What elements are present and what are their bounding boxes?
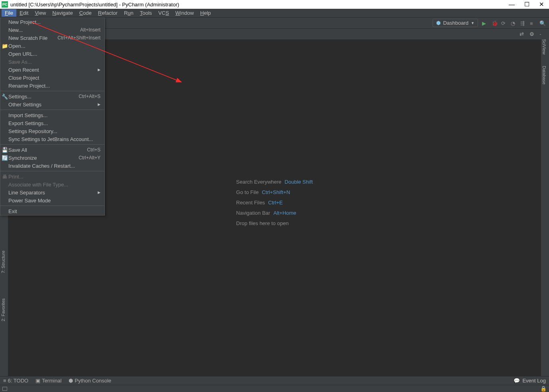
menu-item-shortcut: Ctrl+Alt+S: [79, 94, 100, 99]
menu-item-icon: 🔧: [2, 94, 7, 100]
maximize-button[interactable]: ☐: [524, 1, 529, 8]
file-menu-line-separators[interactable]: Line Separators▶: [0, 188, 104, 196]
tab-database[interactable]: Database: [541, 63, 547, 88]
bottom-toolwindow-bar: ≡6: TODO ▣Terminal ⬢Python Console 💬 Eve…: [0, 376, 549, 385]
file-menu-synchronize[interactable]: 🔄SynchronizeCtrl+Alt+Y: [0, 154, 104, 162]
hint-label: Drop files here to open: [236, 220, 289, 226]
menu-item-label: Line Separators: [8, 190, 45, 196]
minimize-button[interactable]: —: [509, 1, 515, 8]
menu-item-label: Print...: [8, 174, 24, 180]
hint-navigation-bar: Navigation BarAlt+Home: [236, 210, 313, 216]
menu-code[interactable]: Code: [76, 9, 95, 17]
submenu-arrow-icon: ▶: [98, 190, 100, 194]
event-log-icon: 💬: [514, 378, 520, 384]
file-menu-exit[interactable]: Exit: [0, 207, 104, 215]
file-menu-import-settings[interactable]: Import Settings...: [0, 111, 104, 119]
menu-item-icon: 🔄: [2, 155, 7, 161]
menu-item-label: Sync Settings to JetBrains Account...: [8, 136, 93, 142]
menu-refactor[interactable]: Refactor: [95, 9, 121, 17]
file-menu-close-project[interactable]: Close Project: [0, 74, 104, 82]
menu-item-label: Save All: [8, 147, 27, 153]
chevron-down-icon: ▼: [471, 21, 474, 25]
menu-edit[interactable]: Edit: [16, 9, 31, 17]
run-config-selector[interactable]: ⬢ Dashboard ▼: [433, 19, 478, 27]
menu-file[interactable]: File: [2, 9, 16, 17]
file-menu-settings-repository[interactable]: Settings Repository...: [0, 127, 104, 135]
menu-tools[interactable]: Tools: [137, 9, 155, 17]
menu-item-label: Exit: [8, 208, 17, 214]
file-menu-dropdown: New Project...New...Alt+InsertNew Scratc…: [0, 18, 105, 216]
submenu-arrow-icon: ▶: [98, 68, 100, 72]
submenu-arrow-icon: ▶: [98, 102, 100, 106]
menu-item-label: Settings...: [8, 94, 31, 100]
menu-item-label: Power Save Mode: [8, 198, 51, 204]
menu-item-label: Rename Project...: [8, 83, 50, 89]
menu-item-label: Settings Repository...: [8, 128, 57, 134]
tab-structure[interactable]: 7: Structure: [0, 247, 6, 276]
menu-item-shortcut: Ctrl+Alt+Y: [79, 155, 100, 161]
menu-help[interactable]: Help: [197, 9, 214, 17]
editor-hints: Search EverywhereDouble ShiftGo to FileC…: [236, 174, 313, 230]
hint-recent-files: Recent FilesCtrl+E: [236, 199, 313, 206]
run-icon[interactable]: ▶: [482, 20, 488, 26]
file-menu-sync-settings-to-jetbrains-account[interactable]: Sync Settings to JetBrains Account...: [0, 135, 104, 143]
scroll-from-source-icon[interactable]: ⇄: [518, 31, 525, 37]
hint-go-to-file: Go to FileCtrl+Shift+N: [236, 189, 313, 195]
file-menu-save-all[interactable]: 💾Save AllCtrl+S: [0, 146, 104, 154]
file-menu-other-settings[interactable]: Other Settings▶: [0, 100, 104, 108]
run-coverage-icon[interactable]: ⟳: [501, 20, 507, 26]
file-menu-new-project[interactable]: New Project...: [0, 18, 104, 26]
window-controls: — ☐ ✕: [509, 1, 547, 8]
file-menu-save-as: Save As...: [0, 58, 104, 66]
menu-item-label: Save As...: [8, 59, 32, 65]
menu-item-label: Open URL...: [8, 51, 37, 57]
file-menu-open-url[interactable]: Open URL...: [0, 50, 104, 58]
menu-item-label: Export Settings...: [8, 120, 48, 126]
tab-terminal[interactable]: ▣Terminal: [35, 378, 61, 384]
close-button[interactable]: ✕: [539, 1, 544, 8]
profile-icon[interactable]: ◔: [511, 20, 516, 26]
file-menu-power-save-mode[interactable]: Power Save Mode: [0, 196, 104, 204]
lock-icon[interactable]: 🔒: [540, 386, 547, 392]
toolwindow-toggle-icon[interactable]: [2, 387, 7, 391]
hint-label: Search Everywhere: [236, 179, 281, 185]
tab-todo[interactable]: ≡6: TODO: [3, 378, 28, 384]
file-menu-settings[interactable]: 🔧Settings...Ctrl+Alt+S: [0, 92, 104, 100]
stop-icon[interactable]: ■: [530, 20, 535, 26]
tab-favorites[interactable]: 2: Favorites: [0, 295, 6, 324]
tab-python-console[interactable]: ⬢Python Console: [69, 378, 111, 384]
menu-view[interactable]: View: [31, 9, 49, 17]
search-icon[interactable]: 🔍: [539, 20, 545, 26]
file-menu-new-scratch-file[interactable]: New Scratch FileCtrl+Alt+Shift+Insert: [0, 34, 104, 42]
hint-shortcut: Ctrl+E: [268, 200, 283, 206]
menu-item-label: Import Settings...: [8, 112, 47, 118]
hint-label: Go to File: [236, 189, 258, 195]
window-title: untitled [C:\Users\hp\PycharmProjects\un…: [10, 2, 179, 8]
menu-item-shortcut: Alt+Insert: [80, 27, 100, 33]
pycharm-icon: PC: [2, 1, 8, 8]
event-log-button[interactable]: Event Log: [522, 378, 546, 384]
right-toolwindow-bar: SciView Database: [541, 29, 549, 382]
tab-sciview[interactable]: SciView: [541, 36, 547, 58]
menu-item-icon: 📁: [2, 43, 7, 49]
file-menu-new[interactable]: New...Alt+Insert: [0, 26, 104, 34]
hint-search-everywhere: Search EverywhereDouble Shift: [236, 178, 313, 185]
debug-icon[interactable]: 🐞: [492, 20, 497, 26]
menu-run[interactable]: Run: [121, 9, 137, 17]
hint-drop-files-here-to-open: Drop files here to open: [236, 220, 313, 226]
left-toolwindow-bar: 7: Structure 2: Favorites: [0, 209, 8, 376]
file-menu-open[interactable]: 📁Open...: [0, 42, 104, 50]
gear-icon[interactable]: ⚙: [528, 31, 536, 37]
menu-navigate[interactable]: Navigate: [49, 9, 76, 17]
file-menu-export-settings[interactable]: Export Settings...: [0, 119, 104, 127]
concurrency-icon[interactable]: ⇶: [520, 20, 526, 26]
file-menu-invalidate-caches-restart[interactable]: Invalidate Caches / Restart...: [0, 162, 104, 170]
menu-vcs[interactable]: VCS: [155, 9, 172, 17]
file-menu-print: 🖶Print...: [0, 172, 104, 180]
hint-label: Recent Files: [236, 200, 265, 206]
hint-shortcut: Ctrl+Shift+N: [262, 189, 290, 195]
file-menu-rename-project[interactable]: Rename Project...: [0, 82, 104, 90]
file-menu-open-recent[interactable]: Open Recent▶: [0, 66, 104, 74]
menu-window[interactable]: Window: [172, 9, 197, 17]
window-titlebar: PC untitled [C:\Users\hp\PycharmProjects…: [0, 0, 549, 9]
